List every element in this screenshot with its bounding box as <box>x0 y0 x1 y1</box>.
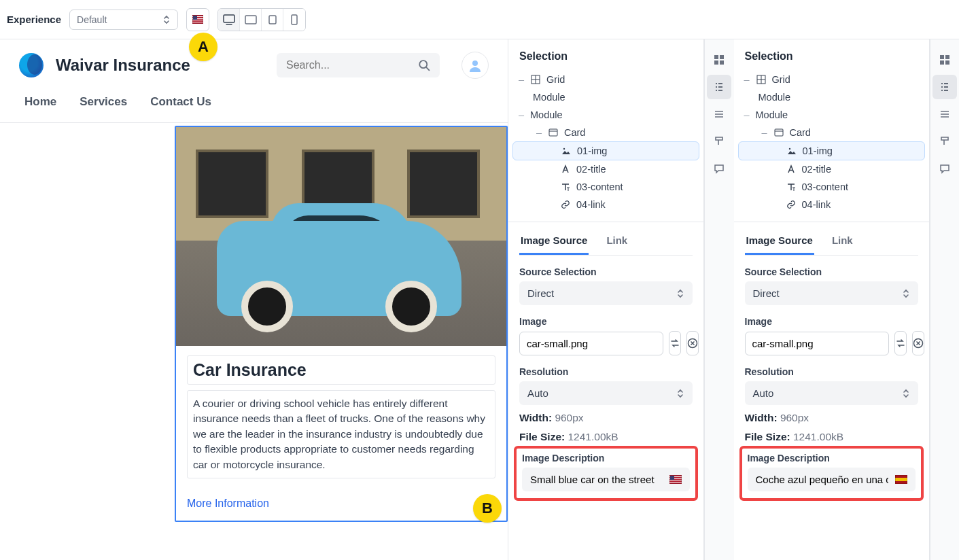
brush-icon <box>939 136 950 147</box>
chevrons-icon <box>902 288 910 299</box>
svg-rect-2 <box>269 16 276 24</box>
clear-icon <box>913 338 924 349</box>
svg-rect-21 <box>945 60 949 65</box>
desc-input-b[interactable] <box>756 474 888 485</box>
rail-grid-button[interactable] <box>707 48 731 72</box>
image-swap-button-a[interactable] <box>669 331 681 355</box>
locale-flag-button[interactable] <box>186 8 209 31</box>
svg-rect-18 <box>940 55 944 59</box>
rail-comment-button[interactable] <box>707 156 731 181</box>
resolution-select-a[interactable]: Auto <box>519 381 693 405</box>
us-flag-icon <box>669 475 682 484</box>
image-label-a: Image <box>519 316 693 327</box>
device-group <box>217 8 306 31</box>
nav-services[interactable]: Services <box>80 95 127 109</box>
card-area: Car Insurance A courier or driving schoo… <box>0 122 508 560</box>
source-selection-label-a: Source Selection <box>519 266 693 277</box>
card-title-box[interactable]: Car Insurance <box>187 355 495 385</box>
source-selection-select-b[interactable]: Direct <box>745 281 918 305</box>
device-desktop-button[interactable] <box>218 9 240 31</box>
tab-image-source-b[interactable]: Image Source <box>745 229 814 255</box>
image-input-b[interactable] <box>745 332 889 355</box>
tree-img[interactable]: 01-img <box>512 141 699 160</box>
card-link[interactable]: More Information <box>187 497 269 509</box>
list-icon <box>714 109 725 120</box>
image-input-a[interactable] <box>519 332 663 355</box>
vertical-rail-a <box>704 39 734 560</box>
nav-home[interactable]: Home <box>24 95 56 109</box>
selection-panel-a: Selection – Grid Module –Module – Card 0… <box>508 39 704 560</box>
card-image[interactable] <box>176 127 506 346</box>
rail-style-button[interactable] <box>707 129 731 154</box>
tree-module2[interactable]: –Module <box>512 106 699 124</box>
tree-content-b[interactable]: 03-content <box>738 178 925 196</box>
desc-input-a[interactable] <box>530 474 663 485</box>
tab-link-b[interactable]: Link <box>831 229 854 255</box>
chevrons-icon <box>162 14 171 25</box>
experience-dropdown[interactable]: Default <box>69 10 178 30</box>
image-swap-button-b[interactable] <box>894 331 907 355</box>
tree-module1[interactable]: Module <box>512 88 699 106</box>
rail-comment-button-b[interactable] <box>932 156 957 181</box>
avatar-button[interactable] <box>461 52 489 79</box>
card-text-box[interactable]: A courier or driving school vehicle has … <box>187 390 495 478</box>
text-a-icon <box>560 164 571 175</box>
desktop-icon <box>223 14 235 25</box>
tree-link-b[interactable]: 04-link <box>738 196 925 213</box>
tree-grid[interactable]: – Grid <box>512 71 699 88</box>
rail-grid-button-b[interactable] <box>932 48 957 72</box>
search-box[interactable] <box>277 53 440 77</box>
swap-icon <box>669 338 680 349</box>
image-clear-button-a[interactable] <box>686 331 699 355</box>
rail-tree-button[interactable] <box>707 75 731 99</box>
resolution-select-b[interactable]: Auto <box>745 381 918 405</box>
tree-title-b[interactable]: 02-title <box>738 160 925 178</box>
search-icon <box>418 58 430 72</box>
comment-icon <box>714 163 725 174</box>
experience-value: Default <box>77 14 107 25</box>
selection-title-a: Selection <box>508 39 703 68</box>
tree-grid-b[interactable]: – Grid <box>738 71 925 88</box>
tree-card-b[interactable]: – Card <box>738 124 925 141</box>
tree-module1-b[interactable]: Module <box>738 88 925 106</box>
filesize-row-b: File Size: 1241.00kB <box>745 431 918 443</box>
tablet-landscape-icon <box>245 15 257 24</box>
preview-pane: Waivar Insurance Home Services Contact U… <box>0 39 508 560</box>
us-flag-icon <box>192 15 203 24</box>
device-tablet-landscape-button[interactable] <box>240 9 262 31</box>
user-icon <box>468 58 482 72</box>
svg-rect-11 <box>720 55 724 59</box>
card[interactable]: Car Insurance A courier or driving schoo… <box>175 126 508 522</box>
image-clear-button-b[interactable] <box>912 331 924 355</box>
mobile-icon <box>290 14 298 25</box>
rail-list-button-b[interactable] <box>932 102 957 126</box>
image-icon <box>561 145 572 156</box>
tree-icon <box>939 82 950 92</box>
annotation-badge-b: B <box>473 494 502 523</box>
image-label-b: Image <box>745 316 918 327</box>
tree-img-b[interactable]: 01-img <box>738 141 925 160</box>
tree-content[interactable]: 03-content <box>512 178 699 196</box>
device-tablet-portrait-button[interactable] <box>262 9 283 31</box>
card-title: Car Insurance <box>193 360 489 380</box>
comment-icon <box>939 163 950 174</box>
nav-contact[interactable]: Contact Us <box>150 95 211 109</box>
desc-label-b: Image Description <box>748 453 916 463</box>
device-mobile-button[interactable] <box>283 9 305 31</box>
tree-card[interactable]: – Card <box>512 124 699 141</box>
search-input[interactable] <box>286 59 418 71</box>
card-icon <box>773 127 784 138</box>
source-selection-select-a[interactable]: Direct <box>519 281 693 305</box>
link-icon <box>786 199 797 210</box>
tree-link[interactable]: 04-link <box>512 196 699 213</box>
svg-point-8 <box>563 148 565 150</box>
rail-list-button[interactable] <box>707 102 731 126</box>
rail-style-button-b[interactable] <box>932 129 957 154</box>
tab-link-a[interactable]: Link <box>605 229 629 255</box>
tab-image-source-a[interactable]: Image Source <box>519 229 589 255</box>
tree-module2-b[interactable]: –Module <box>738 106 925 124</box>
rail-tree-button-b[interactable] <box>932 75 957 99</box>
tree-title[interactable]: 02-title <box>512 160 699 178</box>
nav-row: Home Services Contact Us <box>0 86 508 122</box>
card-body: A courier or driving school vehicle has … <box>193 398 485 470</box>
